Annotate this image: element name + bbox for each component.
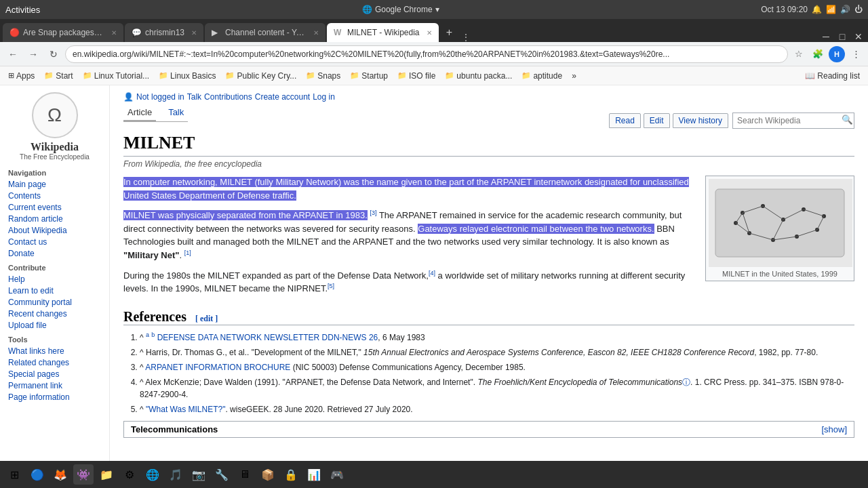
sidebar-link-community[interactable]: Community portal	[8, 298, 101, 307]
bookmark-ubuntu[interactable]: 📁 ubuntu packa...	[441, 70, 516, 82]
taskbar-icon-tools[interactable]: 🔧	[212, 464, 232, 485]
references-edit-link[interactable]: [ edit ]	[195, 314, 218, 323]
log-in-link[interactable]: Log in	[313, 92, 335, 102]
profile-icon[interactable]: H	[829, 46, 845, 62]
create-account-link[interactable]: Create account	[255, 92, 310, 102]
bookmarks-more-button[interactable]: »	[568, 70, 580, 82]
ref3-link[interactable]: ARPANET INFORMATION BROCHURE	[145, 363, 290, 372]
taskbar-icon-terminal[interactable]: 👾	[73, 464, 94, 485]
bookmark-startup[interactable]: 📁 Startup	[346, 70, 392, 82]
sys-icon-network[interactable]: 📶	[826, 5, 836, 14]
taskbar-icon-firefox[interactable]: 🦊	[50, 464, 71, 485]
sidebar-link-pageinfo[interactable]: Page information	[8, 392, 101, 402]
sidebar-link-help[interactable]: Help	[8, 274, 101, 284]
contributions-link[interactable]: Contributions	[204, 92, 252, 102]
bookmark-apps[interactable]: ⊞ Apps	[4, 70, 39, 82]
sidebar-link-special[interactable]: Special pages	[8, 369, 101, 379]
sidebar-link-whatlinks[interactable]: What links here	[8, 346, 101, 356]
ref4-link[interactable]: ⓘ	[682, 378, 690, 387]
taskbar-icon-photos[interactable]: 📷	[189, 464, 209, 485]
telecom-title: Telecommunications	[131, 424, 218, 434]
taskbar-icon-files[interactable]: 📁	[96, 464, 117, 485]
browser-tab-3[interactable]: ▶ Channel content - YouTu... ✕	[205, 23, 326, 42]
ref-link-5[interactable]: [5]	[328, 283, 334, 289]
bookmark-iso[interactable]: 📁 ISO file	[393, 70, 439, 82]
browser-tab-2[interactable]: 💬 chrismin13 ✕	[125, 23, 203, 42]
sidebar-link-random[interactable]: Random article	[8, 214, 101, 224]
browser-tab-4[interactable]: W MILNET - Wikipedia ✕	[327, 23, 438, 42]
tab-talk[interactable]: Talk	[164, 104, 188, 121]
tab3-label: Channel content - YouTu...	[225, 28, 307, 37]
sidebar-link-contents[interactable]: Contents	[8, 191, 101, 201]
wiki-search-input[interactable]	[732, 113, 854, 129]
bookmark-public-key[interactable]: 📁 Public Key Cry...	[221, 70, 300, 82]
ref-link-4[interactable]: [4]	[429, 270, 435, 277]
sys-icon-notifications[interactable]: 🔔	[812, 5, 822, 14]
action-view-history[interactable]: View history	[673, 113, 728, 128]
address-bar[interactable]	[65, 45, 788, 63]
new-tab-button[interactable]: +	[440, 23, 459, 42]
not-logged-in-link[interactable]: Not logged in	[136, 92, 184, 102]
wiki-figure-caption: MILNET in the United States, 1999	[709, 270, 851, 278]
taskbar-icon-apps[interactable]: ⊞	[4, 464, 24, 485]
tab1-favicon: 🔴	[9, 28, 19, 37]
wiki-search-button[interactable]: 🔍	[842, 115, 853, 125]
references-list: ^ a b DEFENSE DATA NETWORK NEWSLETTER DD…	[123, 331, 854, 415]
browser-name[interactable]: Google Chrome	[375, 5, 433, 14]
tab-list-button[interactable]: ⋮	[462, 33, 470, 42]
telecom-show-link[interactable]: [show]	[821, 424, 847, 434]
taskbar-icon-ubuntu[interactable]: 🔵	[27, 464, 47, 485]
taskbar-icon-more2[interactable]: 📦	[258, 464, 278, 485]
bookmark-aptitude[interactable]: 📁 aptitude	[517, 70, 566, 82]
tab3-close-btn[interactable]: ✕	[313, 29, 319, 37]
forward-button[interactable]: →	[24, 45, 42, 63]
bookmark-star-icon[interactable]: ☆	[791, 46, 807, 62]
sidebar-link-learn-edit[interactable]: Learn to edit	[8, 286, 101, 296]
taskbar-icon-settings[interactable]: ⚙	[119, 464, 140, 485]
sidebar-link-permanent[interactable]: Permanent link	[8, 381, 101, 390]
ref-link-1[interactable]: [1]	[184, 249, 191, 256]
extensions-icon[interactable]: 🧩	[810, 46, 826, 62]
sidebar-link-about[interactable]: About Wikipedia	[8, 226, 101, 235]
taskbar-icon-more5[interactable]: 🎮	[327, 464, 347, 485]
taskbar-icon-music[interactable]: 🎵	[165, 464, 186, 485]
bookmark-linux-tutorial[interactable]: 📁 Linux Tutorial...	[79, 70, 153, 82]
tab2-close-btn[interactable]: ✕	[191, 29, 197, 37]
sidebar-link-contact[interactable]: Contact us	[8, 237, 101, 247]
menu-icon[interactable]: ⋮	[848, 46, 864, 62]
sidebar-link-donate[interactable]: Donate	[8, 249, 101, 258]
sidebar-link-main-page[interactable]: Main page	[8, 180, 101, 189]
tab4-close-btn[interactable]: ✕	[427, 29, 432, 37]
activities-button[interactable]: Activities	[5, 5, 40, 15]
tab-article[interactable]: Article	[123, 104, 156, 121]
sidebar-link-upload[interactable]: Upload file	[8, 321, 101, 330]
bookmark-linux-basics[interactable]: 📁 Linux Basics	[155, 70, 220, 82]
sys-icon-sound[interactable]: 🔊	[840, 5, 850, 14]
taskbar-icon-more3[interactable]: 🔒	[281, 464, 301, 485]
sys-icon-power[interactable]: ⏻	[854, 5, 863, 14]
bookmark-start[interactable]: 📁 Start	[40, 70, 77, 82]
talk-link[interactable]: Talk	[187, 92, 201, 102]
sidebar-link-recent[interactable]: Recent changes	[8, 309, 101, 319]
reload-button[interactable]: ↻	[45, 45, 62, 63]
ref5-link[interactable]: "What Was MILNET?"	[146, 405, 225, 414]
tab1-close-btn[interactable]: ✕	[111, 29, 117, 37]
minimize-button[interactable]: ─	[819, 31, 833, 42]
sidebar-link-current-events[interactable]: Current events	[8, 203, 101, 212]
back-button[interactable]: ←	[4, 45, 22, 63]
taskbar-icon-more4[interactable]: 📊	[304, 464, 324, 485]
bookmark-snaps[interactable]: 📁 Snaps	[302, 70, 344, 82]
ref1-link[interactable]: DEFENSE DATA NETWORK NEWSLETTER DDN-NEWS…	[157, 333, 378, 342]
ref-link-3[interactable]: [3]	[370, 209, 376, 216]
browser-tab-1[interactable]: 🔴 Are Snap packages really ✕	[3, 23, 123, 42]
startup-icon: 📁	[350, 71, 359, 80]
sidebar-link-related[interactable]: Related changes	[8, 358, 101, 367]
reading-list-button[interactable]: 📖 Reading list	[801, 70, 864, 82]
action-edit[interactable]: Edit	[644, 113, 670, 128]
taskbar-icon-more1[interactable]: 🖥	[235, 464, 255, 485]
action-read[interactable]: Read	[609, 113, 641, 128]
taskbar-icon-chrome[interactable]: 🌐	[142, 464, 163, 485]
close-button[interactable]: ✕	[852, 31, 865, 42]
maximize-button[interactable]: □	[835, 31, 849, 42]
browser-dropdown-icon[interactable]: ▾	[435, 5, 439, 14]
